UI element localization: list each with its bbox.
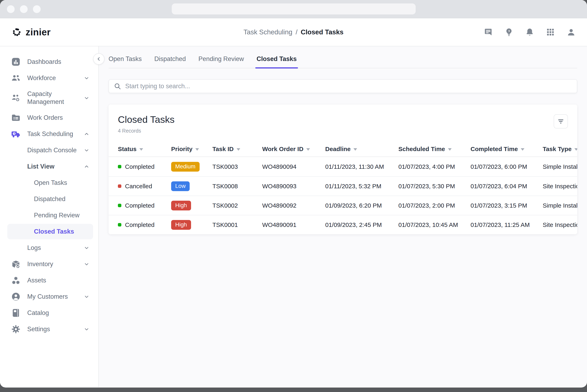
sidebar-item-settings[interactable]: Settings <box>0 321 98 337</box>
url-bar[interactable] <box>172 4 416 14</box>
window-minimize-button[interactable] <box>20 5 28 13</box>
sidebar-item-label: Inventory <box>27 260 53 268</box>
window-titlebar <box>0 0 587 18</box>
sidebar-item-label: Work Orders <box>27 114 63 122</box>
search-icon <box>114 82 121 90</box>
breadcrumb-current: Closed Tasks <box>301 28 344 36</box>
column-label: Deadline <box>325 146 351 152</box>
breadcrumb-parent[interactable]: Task Scheduling <box>243 28 292 36</box>
filter-icon <box>557 118 565 125</box>
sidebar-item-work-orders[interactable]: Work Orders <box>0 110 98 126</box>
tab-open-tasks[interactable]: Open Tasks <box>108 55 142 68</box>
column-header-task-id[interactable]: Task ID <box>212 146 262 152</box>
chevron-up-icon <box>84 164 89 169</box>
table-header-row: StatusPriorityTask IDWork Order IDDeadli… <box>108 142 577 157</box>
chevron-down-icon <box>84 75 89 81</box>
table-row-tsk0003[interactable]: CompletedMediumTSK0003WO489009401/11/202… <box>108 157 577 176</box>
search-bar[interactable] <box>108 79 577 93</box>
column-header-scheduled-time[interactable]: Scheduled Time <box>398 146 471 152</box>
table-row-tsk0008[interactable]: CancelledLowTSK0008WO489009301/11/2023, … <box>108 176 577 196</box>
sidebar-item-capacity-management[interactable]: Capacity Management <box>0 86 98 110</box>
zinier-logo[interactable]: zinier <box>11 27 51 38</box>
column-header-status[interactable]: Status <box>118 146 171 152</box>
sidebar-item-label: Workforce <box>27 74 56 82</box>
sort-caret-icon[interactable] <box>237 148 240 151</box>
app-body: DashboardsWorkforceCapacity ManagementWo… <box>0 46 587 387</box>
task-type-cell: Simple Installation <box>543 202 577 209</box>
table-row-tsk0001[interactable]: CompletedHighTSK0001WO489009101/09/2023,… <box>108 215 577 234</box>
chevron-down-icon <box>84 148 89 153</box>
status-cell: Cancelled <box>118 183 171 190</box>
status-label: Completed <box>125 163 154 170</box>
column-label: Completed Time <box>471 146 518 152</box>
sidebar-item-dashboards[interactable]: Dashboards <box>0 54 98 70</box>
sort-caret-icon[interactable] <box>195 148 199 151</box>
chevron-left-icon <box>96 56 102 62</box>
sort-caret-icon[interactable] <box>353 148 357 151</box>
status-label: Completed <box>125 222 154 228</box>
tab-pending-review[interactable]: Pending Review <box>198 55 244 68</box>
task-type-cell: Simple Installation <box>543 163 577 170</box>
sidebar-item-inventory[interactable]: Inventory <box>0 256 98 272</box>
search-input[interactable] <box>125 82 572 90</box>
zinier-logo-icon <box>11 27 22 38</box>
sidebar-item-list-view[interactable]: List View <box>0 158 98 175</box>
column-header-completed-time[interactable]: Completed Time <box>471 146 543 152</box>
sidebar-item-closed-tasks[interactable]: Closed Tasks <box>7 224 93 239</box>
sidebar-item-catalog[interactable]: Catalog <box>0 305 98 321</box>
scheduled-time-cell: 01/07/2023, 2:00 PM <box>398 202 471 209</box>
sidebar-collapse-button[interactable] <box>93 53 104 65</box>
sidebar-item-label: Dispatch Console <box>27 146 77 154</box>
profile-icon[interactable] <box>567 28 576 36</box>
tab-closed-tasks[interactable]: Closed Tasks <box>256 55 297 68</box>
column-header-deadline[interactable]: Deadline <box>325 146 398 152</box>
status-cell: Completed <box>118 163 171 170</box>
sidebar-item-label: Settings <box>27 325 50 333</box>
sidebar-item-workforce[interactable]: Workforce <box>0 70 98 86</box>
sort-caret-icon[interactable] <box>575 148 577 151</box>
apps-icon[interactable] <box>546 28 555 36</box>
sidebar-item-label: Task Scheduling <box>27 130 73 138</box>
tab-dispatched[interactable]: Dispatched <box>154 55 186 68</box>
record-count: 4 Records <box>118 128 568 134</box>
window-close-button[interactable] <box>7 5 15 13</box>
sidebar-item-dispatch-console[interactable]: Dispatch Console <box>0 142 98 158</box>
task-id-cell: TSK0003 <box>212 163 262 170</box>
status-dot-icon <box>118 223 121 226</box>
sidebar-item-task-scheduling[interactable]: Task Scheduling <box>0 126 98 142</box>
sidebar-item-logs[interactable]: Logs <box>0 240 98 256</box>
sidebar-item-assets[interactable]: Assets <box>0 272 98 288</box>
sidebar-item-label: Open Tasks <box>34 179 67 187</box>
column-header-work-order-id[interactable]: Work Order ID <box>262 146 325 152</box>
column-header-task-type[interactable]: Task Type <box>543 146 577 152</box>
sidebar-item-label: Closed Tasks <box>34 228 74 236</box>
deadline-cell: 01/11/2023, 11:30 AM <box>325 163 398 170</box>
scheduled-time-cell: 01/07/2023, 5:30 PM <box>398 183 471 190</box>
sidebar-item-my-customers[interactable]: My Customers <box>0 288 98 305</box>
sort-caret-icon[interactable] <box>306 148 310 151</box>
capacity-icon <box>11 93 20 103</box>
sort-caret-icon[interactable] <box>521 148 524 151</box>
work-order-id-cell: WO4890091 <box>262 222 325 228</box>
completed-time-cell: 01/07/2023, 6:04 PM <box>471 183 543 190</box>
sort-caret-icon[interactable] <box>448 148 452 151</box>
settings-icon <box>11 324 20 334</box>
sort-caret-icon[interactable] <box>139 148 143 151</box>
column-label: Task ID <box>212 146 234 152</box>
dashboards-icon <box>11 57 20 66</box>
idea-icon[interactable] <box>505 28 514 36</box>
window-maximize-button[interactable] <box>33 5 41 13</box>
table-body: CompletedMediumTSK0003WO489009401/11/202… <box>108 157 577 234</box>
task-id-cell: TSK0001 <box>212 222 262 228</box>
column-header-priority[interactable]: Priority <box>171 146 212 152</box>
scheduled-time-cell: 01/07/2023, 4:00 PM <box>398 163 471 170</box>
table-row-tsk0002[interactable]: CompletedHighTSK0002WO489009201/09/2023,… <box>108 196 577 215</box>
chat-icon[interactable] <box>484 28 493 36</box>
closed-tasks-card: Closed Tasks 4 Records StatusPriorityTas… <box>108 104 577 234</box>
sidebar-item-pending-review[interactable]: Pending Review <box>0 207 98 224</box>
filter-button[interactable] <box>554 114 568 128</box>
sidebar-item-dispatched[interactable]: Dispatched <box>0 191 98 207</box>
notifications-icon[interactable] <box>525 28 534 36</box>
status-dot-icon <box>118 184 121 188</box>
sidebar-item-open-tasks[interactable]: Open Tasks <box>0 175 98 191</box>
